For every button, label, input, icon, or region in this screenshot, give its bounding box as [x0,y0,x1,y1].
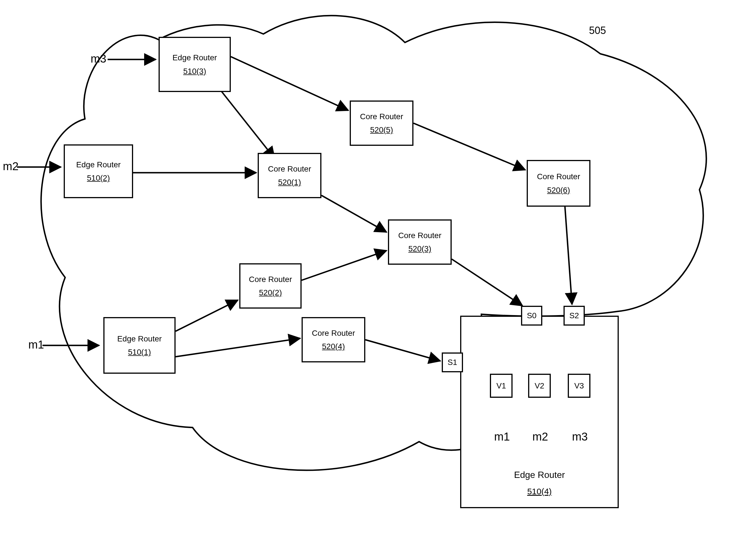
edge-router-3: Edge Router 510(3) [158,37,231,92]
core-router-1-ref: 520(1) [278,177,301,188]
svg-line-4 [221,91,275,158]
core-router-4-title: Core Router [312,327,355,339]
core-router-2-title: Core Router [249,274,292,285]
edge-router-2-ref: 510(2) [87,172,110,184]
cloud-label: 505 [589,25,606,36]
core-router-2-ref: 520(2) [259,287,282,298]
output-m1-label: m1 [494,430,510,443]
edge-router-3-ref: 510(3) [183,66,206,77]
core-router-6: Core Router 520(6) [527,160,591,207]
output-m3-label: m3 [572,430,588,443]
svg-line-9 [176,338,300,357]
edge-router-2: Edge Router 510(2) [64,144,133,198]
svg-line-11 [365,340,440,361]
core-router-5-ref: 520(5) [370,124,393,135]
edge-router-3-title: Edge Router [172,52,217,63]
core-router-3-ref: 520(3) [408,243,431,254]
svg-line-13 [565,207,572,304]
svg-line-10 [302,251,387,280]
core-router-5: Core Router 520(5) [350,101,413,146]
core-router-4: Core Router 520(4) [302,317,365,362]
port-v3: V3 [568,374,591,398]
edge-router-1: Edge Router 510(1) [103,317,176,374]
svg-line-7 [321,195,387,232]
port-s0: S0 [521,306,542,326]
svg-line-8 [176,300,238,331]
input-m2-label: m2 [3,160,19,173]
port-s1: S1 [442,352,463,372]
edges-svg: 505 [0,0,749,560]
edge-router-4-ref: 510(4) [461,487,618,496]
edge-router-1-ref: 510(1) [128,347,151,358]
port-v1: V1 [490,374,513,398]
port-v2: V2 [528,374,551,398]
diagram-canvas: 505 m1 [0,0,749,560]
input-m3-label: m3 [91,52,106,65]
core-router-6-ref: 520(6) [547,185,570,196]
svg-line-3 [231,57,348,110]
port-s2: S2 [563,306,585,326]
edge-router-4-title: Edge Router [461,470,618,480]
core-router-2: Core Router 520(2) [239,263,302,308]
edge-router-4: Edge Router 510(4) [460,316,619,508]
core-router-3-title: Core Router [398,230,442,241]
svg-line-12 [452,259,522,306]
input-m1-label: m1 [28,338,44,351]
svg-line-6 [413,123,525,170]
edge-router-1-title: Edge Router [117,333,162,344]
core-router-3: Core Router 520(3) [388,219,452,265]
core-router-4-ref: 520(4) [322,341,345,352]
output-m2-label: m2 [532,430,548,443]
core-router-6-title: Core Router [537,171,580,182]
core-router-1: Core Router 520(1) [258,153,321,198]
edge-router-2-title: Edge Router [76,159,121,170]
core-router-1-title: Core Router [268,163,311,174]
core-router-5-title: Core Router [360,111,403,122]
